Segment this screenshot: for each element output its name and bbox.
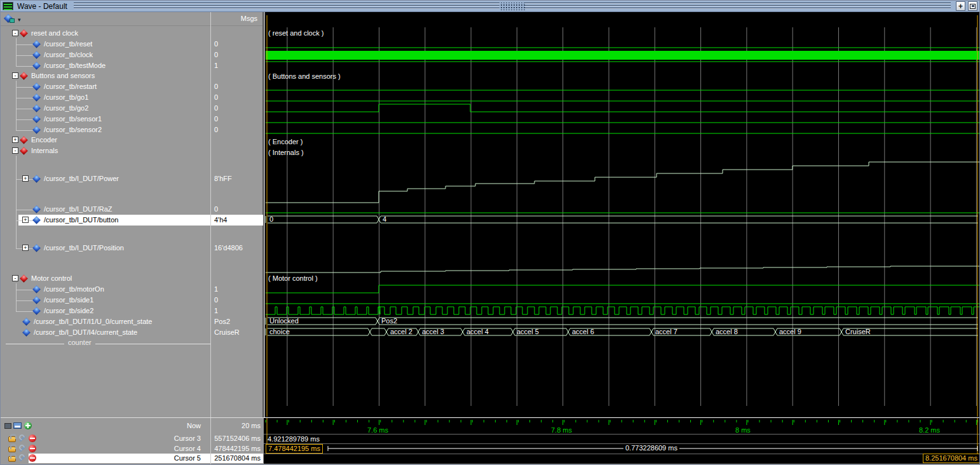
tree-signal-row[interactable]: /cursor_tb/I_DUT/RaZ0 <box>1 204 264 215</box>
signal-diamond-icon <box>32 175 41 183</box>
delete-cursor-icon[interactable] <box>29 435 36 442</box>
cursor-row[interactable]: Cursor 4478442195 ms <box>1 444 264 454</box>
signal-name: /cursor_tb/side2 <box>44 307 93 314</box>
lock-cursor-icon[interactable] <box>8 447 16 452</box>
tree-guide-stub <box>16 130 34 131</box>
tree-guide-stub <box>16 300 34 301</box>
tree-group-row[interactable]: +Encoder <box>1 135 264 145</box>
chevron-down-icon[interactable]: ▾ <box>18 17 21 23</box>
tree-signal-row[interactable]: /cursor_tb/restart0 <box>1 81 264 92</box>
edit-cursor-icon[interactable] <box>18 435 26 442</box>
waveform-svg[interactable]: ( reset and clock )( Buttons and sensors… <box>265 12 980 417</box>
tree-signal-row[interactable]: +/cursor_tb/I_DUT/Position16'd4806 <box>1 226 264 271</box>
edit-cursor-icon[interactable] <box>18 454 26 462</box>
tree-signal-row[interactable]: +/cursor_tb/I_DUT/button4'h4 <box>1 215 264 226</box>
timeline-label: 8 ms <box>735 426 751 434</box>
cursor-name: Cursor 4 <box>77 444 201 454</box>
wave-group-label: ( Motor control ) <box>268 274 318 282</box>
tree-group-row[interactable]: -Internals <box>1 145 264 156</box>
cursor-value: 20 ms <box>213 421 261 431</box>
tree-signal-row[interactable]: /cursor_tb/go10 <box>1 92 264 103</box>
bus-value-label: accel 2 <box>390 328 412 335</box>
expand-toggle-icon[interactable]: + <box>22 175 29 182</box>
signal-name: /cursor_tb/I_DUT/button <box>44 216 118 224</box>
undock-icon <box>970 4 976 9</box>
drag-handle-icon[interactable] <box>500 3 525 10</box>
signal-diamond-icon <box>32 307 41 315</box>
group-label: reset and clock <box>31 29 78 37</box>
cursor-timeline-area[interactable]: 7.6 ms7.8 ms8 ms8.2 ms4.921289789 ms7.47… <box>264 417 980 464</box>
timeline-label: 7.8 ms <box>551 426 572 434</box>
bus-value-label: accel 5 <box>517 328 539 335</box>
cursor-row[interactable]: Cursor 5251670804 ms <box>1 454 264 463</box>
tree-group-row[interactable]: -reset and clock <box>1 28 264 39</box>
tree-signal-row[interactable]: /cursor_tb/motorOn1 <box>1 284 264 295</box>
tree-guide-stub <box>16 87 34 88</box>
lock-cursor-icon[interactable] <box>8 456 16 462</box>
delete-cursor-icon[interactable] <box>29 454 36 462</box>
group-diamond-icon <box>20 274 28 283</box>
signal-list-panel: ▾ Msgs -reset and clock/cursor_tb/reset0… <box>1 12 264 417</box>
expand-toggle-icon[interactable]: - <box>12 147 18 154</box>
expand-toggle-icon[interactable]: + <box>12 137 18 143</box>
tree-signal-row[interactable]: /cursor_tb/side21 <box>1 306 264 316</box>
tree-guide-stub <box>16 119 34 120</box>
cursor-row[interactable]: Cursor 3557152406 ms <box>1 434 264 443</box>
tree-guide-stub <box>16 98 34 98</box>
tree-signal-row[interactable]: +/cursor_tb/I_DUT/Power8'hFF <box>1 156 264 202</box>
tree-group-row[interactable]: -Buttons and sensors <box>1 71 264 81</box>
cursor-name: Cursor 5 <box>77 454 201 463</box>
signal-diamond-icon <box>32 205 41 213</box>
signal-value: 0 <box>214 205 218 213</box>
signal-name: /cursor_tb/restart <box>44 83 97 90</box>
now-row[interactable]: Now20 ms <box>1 421 264 431</box>
tree-signal-row[interactable]: /cursor_tb/sensor20 <box>1 125 264 135</box>
signal-value: 0 <box>214 93 218 101</box>
undock-button[interactable] <box>968 1 977 11</box>
tree-guide-stub <box>16 311 34 312</box>
expand-toggle-icon[interactable]: + <box>22 245 29 251</box>
signal-diamond-icon <box>22 328 31 337</box>
column-separator[interactable] <box>210 12 211 417</box>
tree-signal-row[interactable]: /cursor_tb/clock0 <box>1 50 264 60</box>
tree-signal-row[interactable]: /cursor_tb/sensor10 <box>1 114 264 125</box>
expand-toggle-icon[interactable]: + <box>22 217 29 223</box>
add-cursor-icon[interactable] <box>24 422 32 429</box>
edit-tools-icon[interactable] <box>4 423 11 429</box>
signal-diamond-icon <box>32 115 41 123</box>
edit-window-icon[interactable] <box>13 422 22 429</box>
tree-signal-row[interactable]: /cursor_tb/I_DUT/I4/current_stateCruiseR <box>1 327 264 338</box>
bus-value-label: CruiseR <box>845 328 871 335</box>
expand-toggle-icon[interactable]: - <box>12 30 18 36</box>
tree-guide-stub <box>16 44 34 45</box>
cursor-name: Cursor 3 <box>77 434 201 443</box>
tree-signal-row[interactable]: /cursor_tb/testMode1 <box>1 60 264 71</box>
cursor-4-wave-label[interactable]: 7.478442195 ms <box>266 444 323 454</box>
cursor-5-wave-label[interactable]: 8.251670804 ms <box>923 454 980 463</box>
signal-name: /cursor_tb/clock <box>44 51 93 58</box>
signal-diamond-icon <box>32 40 41 48</box>
tree-signal-row[interactable]: /cursor_tb/side10 <box>1 295 264 306</box>
signal-value: 1 <box>214 307 218 314</box>
expand-toggle-icon[interactable]: - <box>12 72 18 79</box>
tree-guide-stub <box>16 210 34 210</box>
cursor-value: 478442195 ms <box>213 444 261 454</box>
analog-trace-Power <box>266 162 980 203</box>
add-button[interactable]: + <box>956 1 965 11</box>
edit-cursor-icon[interactable] <box>18 445 26 452</box>
signal-value: 8'hFF <box>214 175 232 182</box>
tree-signal-row[interactable]: /cursor_tb/go20 <box>1 103 264 114</box>
delete-cursor-icon[interactable] <box>29 445 36 452</box>
bus-value-label: Pos2 <box>381 317 397 325</box>
timeline-label: 8.2 ms <box>919 426 940 434</box>
expand-toggle-icon[interactable]: - <box>12 275 18 281</box>
column-separator <box>210 418 211 465</box>
lock-cursor-icon[interactable] <box>8 436 16 442</box>
tree-divider-row[interactable]: counter <box>1 338 264 349</box>
tree-signal-row[interactable]: /cursor_tb/reset0 <box>1 39 264 50</box>
titlebar[interactable]: Wave - Default + <box>1 1 979 12</box>
signal-name: /cursor_tb/I_DUT/Power <box>44 175 119 182</box>
tree-group-row[interactable]: -Motor control <box>1 273 264 284</box>
tree-signal-row[interactable]: /cursor_tb/I_DUT/I1/U_0/current_statePos… <box>1 316 264 327</box>
waveform-canvas[interactable]: ( reset and clock )( Buttons and sensors… <box>265 12 980 417</box>
